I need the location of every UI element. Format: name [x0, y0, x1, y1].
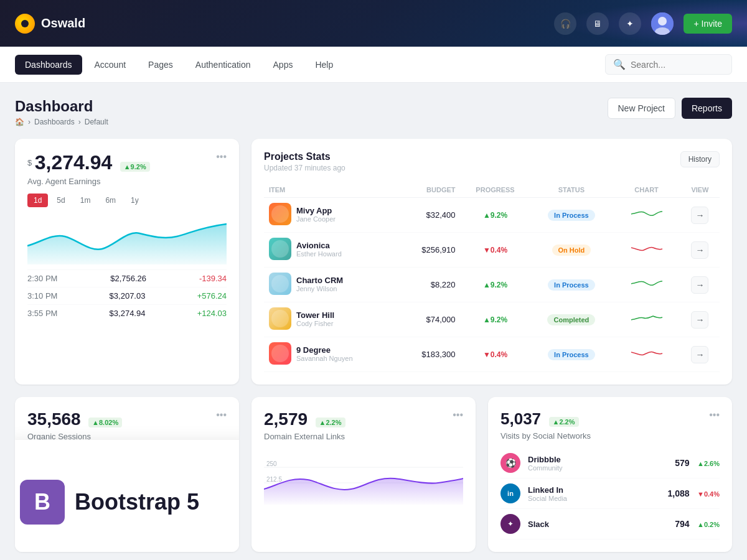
project-info-1: Avionica Esther Howard: [296, 241, 342, 258]
view-button-4[interactable]: →: [691, 346, 708, 363]
search-icon: 🔍: [613, 58, 626, 70]
screen-icon[interactable]: 🖥: [586, 12, 609, 35]
bootstrap-icon: B: [20, 480, 65, 525]
linkedin-icon: in: [500, 483, 520, 503]
sessions-menu[interactable]: •••: [216, 409, 227, 421]
domain-badge: ▲2.2%: [316, 418, 345, 427]
top-row: $ 3,274.94 ▲9.2% Avg. Agent Earnings •••…: [15, 139, 732, 385]
project-thumb-3: [269, 307, 291, 330]
social-amount: 5,037: [500, 409, 541, 428]
project-action-2[interactable]: →: [680, 268, 720, 302]
table-row: Mivy App Jane Cooper $32,400 ▲9.2% In Pr…: [264, 198, 720, 233]
svg-point-3: [271, 205, 289, 223]
search-input[interactable]: [631, 60, 724, 70]
stat-row-1: 2:30 PM $2,756.26 -139.34: [27, 269, 227, 287]
project-status-2: In Process: [530, 268, 613, 302]
reports-button[interactable]: Reports: [682, 98, 732, 119]
top-bar-actions: 🎧 🖥 ✦ + Invite: [554, 12, 732, 35]
sessions-card: 35,568 ▲8.02% Organic Sessions •••: [15, 397, 239, 552]
nav-item-account[interactable]: Account: [85, 55, 136, 75]
filter-1m[interactable]: 1m: [74, 194, 97, 207]
page-title: Dashboard: [15, 98, 108, 115]
breadcrumb-dashboards[interactable]: Dashboards: [34, 118, 75, 126]
project-status-4: In Process: [530, 337, 613, 372]
page-actions: New Project Reports: [608, 98, 733, 119]
notifications-icon[interactable]: 🎧: [554, 12, 576, 35]
filter-5d[interactable]: 5d: [50, 194, 71, 207]
share-icon[interactable]: ✦: [619, 12, 641, 35]
sessions-badge: ▲8.02%: [88, 418, 122, 427]
filter-6m[interactable]: 6m: [99, 194, 122, 207]
logo-icon: [15, 14, 35, 34]
project-action-1[interactable]: →: [680, 233, 720, 268]
slack-icon: ✦: [500, 514, 520, 534]
invite-button[interactable]: + Invite: [684, 14, 732, 34]
history-button[interactable]: History: [680, 151, 720, 167]
sessions-amount: 35,568: [27, 409, 81, 429]
table-row: Tower Hill Cody Fisher $74,000 ▲9.2% Com…: [264, 302, 720, 337]
view-button-0[interactable]: →: [691, 207, 708, 224]
projects-title: Projects Stats: [264, 151, 345, 162]
filter-1d[interactable]: 1d: [27, 194, 48, 207]
project-thumb-0: [269, 203, 291, 225]
earnings-chart: [27, 215, 227, 264]
domain-chart: 250 212.5: [264, 449, 463, 505]
nav-item-apps[interactable]: Apps: [263, 55, 303, 75]
svg-text:212.5: 212.5: [266, 476, 282, 483]
project-sparkline-3: [613, 302, 680, 337]
stat-rows: 2:30 PM $2,756.26 -139.34 3:10 PM $3,207…: [27, 269, 227, 322]
stat-row-2: 3:10 PM $3,207.03 +576.24: [27, 287, 227, 304]
social-item-dribbble: ⚽ Dribbble Community 579 ▲2.6%: [500, 448, 720, 478]
page-header: Dashboard 🏠 › Dashboards › Default New P…: [15, 98, 732, 126]
title-area: Dashboard 🏠 › Dashboards › Default: [15, 98, 108, 126]
home-icon: 🏠: [15, 118, 24, 126]
dribbble-icon: ⚽: [500, 453, 520, 473]
project-sparkline-1: [613, 233, 680, 268]
app-name: Oswald: [41, 16, 85, 30]
filter-1y[interactable]: 1y: [125, 194, 145, 207]
project-progress-0: ▲9.2%: [461, 198, 530, 233]
project-info-0: Mivy App Jane Cooper: [296, 206, 336, 223]
new-project-button[interactable]: New Project: [608, 98, 675, 119]
nav-item-dashboards[interactable]: Dashboards: [15, 55, 82, 75]
project-progress-4: ▼0.4%: [461, 337, 530, 372]
projects-subtitle: Updated 37 minutes ago: [264, 164, 345, 172]
earnings-amount: 3,274.94: [35, 151, 113, 174]
project-status-1: On Hold: [530, 233, 613, 268]
project-thumb-2: [269, 273, 291, 295]
view-button-1[interactable]: →: [691, 241, 708, 259]
col-progress: PROGRESS: [461, 182, 530, 198]
project-info-3: Tower Hill Cody Fisher: [296, 310, 334, 327]
earnings-badge: ▲9.2%: [120, 162, 150, 172]
nav-item-help[interactable]: Help: [305, 55, 343, 75]
social-badge: ▲2.2%: [549, 417, 579, 427]
bootstrap-text: Bootstrap 5: [75, 489, 199, 515]
logo-area: Oswald: [15, 14, 85, 34]
domain-menu[interactable]: •••: [453, 409, 463, 421]
earnings-menu[interactable]: •••: [216, 151, 227, 162]
project-status-3: Completed: [530, 302, 613, 337]
svg-point-7: [271, 345, 289, 362]
social-item-slack: ✦ Slack 794 ▲0.2%: [500, 509, 720, 539]
social-menu[interactable]: •••: [709, 409, 720, 421]
project-action-3[interactable]: →: [680, 302, 720, 337]
project-action-4[interactable]: →: [680, 337, 720, 372]
domain-label: Domain External Links: [264, 432, 345, 441]
project-info-2: Charto CRM Jenny Wilson: [296, 276, 343, 292]
project-budget-0: $32,400: [398, 198, 460, 233]
projects-card: Projects Stats Updated 37 minutes ago Hi…: [251, 139, 732, 385]
projects-table: ITEM BUDGET PROGRESS STATUS CHART VIEW M…: [264, 182, 720, 372]
project-action-0[interactable]: →: [680, 198, 720, 233]
social-items: ⚽ Dribbble Community 579 ▲2.6% in Linked…: [500, 448, 720, 539]
col-view: VIEW: [680, 182, 720, 198]
avatar[interactable]: [651, 12, 674, 35]
breadcrumb-default: Default: [85, 118, 108, 126]
view-button-3[interactable]: →: [691, 311, 708, 329]
nav-item-pages[interactable]: Pages: [138, 55, 183, 75]
domain-amount: 2,579: [264, 409, 308, 429]
project-sparkline-4: [613, 337, 680, 372]
social-label: Visits by Social Networks: [500, 431, 591, 441]
nav-bar: Dashboards Account Pages Authentication …: [0, 47, 747, 83]
view-button-2[interactable]: →: [691, 276, 708, 294]
nav-item-authentication[interactable]: Authentication: [186, 55, 261, 75]
